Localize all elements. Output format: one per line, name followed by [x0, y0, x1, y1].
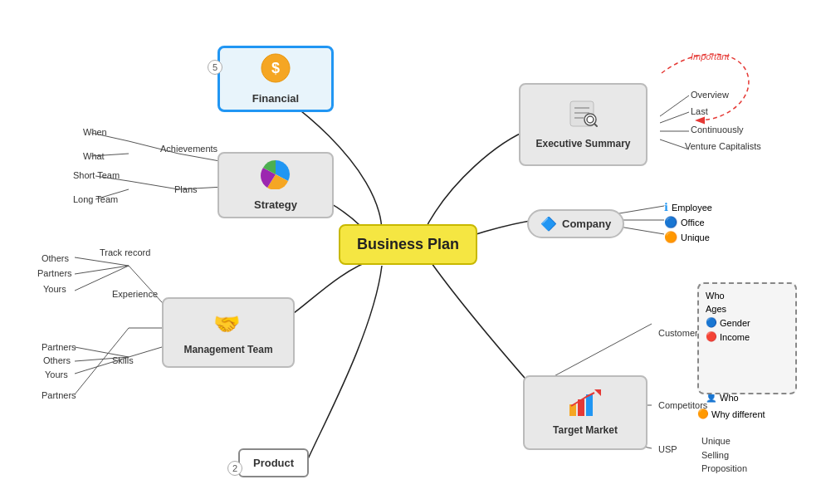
svg-line-10: [75, 266, 129, 274]
partners2-label: Partners: [42, 342, 76, 352]
financial-badge: 5: [208, 60, 222, 75]
svg-rect-41: [586, 394, 593, 416]
svg-line-38: [594, 124, 597, 126]
financial-icon: $: [261, 53, 291, 89]
employee-item: ℹ Employee: [664, 201, 712, 213]
gender-icon: 🔵: [706, 317, 717, 328]
center-node[interactable]: Business Plan: [339, 224, 477, 265]
overview-label: Overview: [691, 90, 729, 100]
last-label: Last: [691, 106, 708, 116]
plans-label: Plans: [174, 184, 198, 194]
employee-label: Employee: [672, 203, 712, 213]
customers-label: Customers: [658, 328, 702, 338]
when-label: When: [83, 127, 107, 137]
mindmap-container: Business Plan $ Financial 5 Strategy A: [0, 0, 821, 504]
continuously-label: Continuously: [691, 125, 744, 135]
venture-capitalists-label: Venture Capitalists: [685, 141, 761, 151]
long-team-label: Long Team: [73, 194, 118, 204]
unique-item: 🟠 Unique: [664, 231, 710, 243]
target-market-node[interactable]: Target Market: [523, 375, 648, 450]
usp-label: USP: [658, 444, 677, 454]
svg-text:$: $: [271, 60, 280, 76]
strategy-node[interactable]: Strategy: [217, 152, 334, 218]
center-label: Business Plan: [357, 236, 459, 252]
short-team-label: Short Team: [73, 170, 120, 180]
target-market-icon: [569, 389, 601, 422]
track-record-label: Track record: [100, 247, 150, 257]
svg-line-22: [614, 206, 664, 214]
financial-node[interactable]: $ Financial: [217, 46, 334, 112]
exec-label: Executive Summary: [535, 138, 630, 149]
unique-label: Unique: [681, 232, 710, 242]
partners1-label: Partners: [37, 268, 72, 278]
skills-label: Skills: [112, 355, 134, 365]
others1-label: Others: [42, 253, 69, 263]
why-diff-icon: 🟠: [697, 409, 709, 419]
strategy-icon: [261, 159, 291, 195]
yours2-label: Yours: [45, 369, 68, 379]
what-label: What: [83, 151, 105, 161]
yours1-label: Yours: [43, 284, 66, 294]
svg-rect-39: [569, 404, 576, 416]
svg-text:🤝: 🤝: [213, 311, 241, 335]
svg-marker-42: [594, 389, 601, 396]
gender-item: 🔵 Gender: [706, 317, 789, 328]
product-label: Product: [253, 457, 294, 469]
office-item: 🔵 Office: [664, 216, 705, 228]
management-icon: 🤝: [212, 310, 245, 340]
proposition-label: Proposition: [701, 463, 747, 473]
customers-dashed-box: Who Ages 🔵 Gender 🔴 Income: [697, 282, 797, 394]
svg-line-5: [129, 181, 178, 189]
management-team-node[interactable]: 🤝 Management Team: [162, 297, 295, 368]
unique-icon: 🟠: [664, 231, 677, 243]
exec-icon: [567, 100, 600, 135]
income-item: 🔴 Income: [706, 331, 789, 342]
why-diff-label: Why different: [711, 409, 765, 419]
product-node[interactable]: Product: [238, 448, 309, 477]
experience-label: Experience: [112, 289, 158, 299]
target-market-label: Target Market: [553, 424, 618, 436]
who-tm: Who: [706, 291, 789, 301]
why-different-item: 🟠 Why different: [697, 409, 765, 419]
svg-line-11: [75, 266, 129, 291]
executive-summary-node[interactable]: Executive Summary: [519, 83, 648, 166]
svg-line-19: [660, 112, 689, 123]
company-label: Company: [562, 218, 611, 230]
ages-tm: Ages: [706, 304, 789, 314]
company-icon: 🔷: [540, 216, 557, 232]
partners3-label: Partners: [42, 390, 76, 400]
financial-label: Financial: [252, 92, 299, 105]
company-node[interactable]: 🔷 Company: [527, 209, 624, 238]
office-label: Office: [681, 218, 705, 228]
product-badge: 2: [227, 461, 242, 476]
employee-icon: ℹ: [664, 201, 668, 213]
management-label: Management Team: [183, 344, 272, 355]
svg-line-9: [75, 257, 129, 266]
income-icon: 🔴: [706, 331, 717, 342]
unique-usp-label: Unique: [701, 436, 731, 446]
selling-label: Selling: [701, 450, 729, 460]
svg-line-18: [660, 95, 689, 116]
office-icon: 🔵: [664, 216, 677, 228]
others2-label: Others: [43, 355, 71, 365]
important-label: Important: [691, 51, 729, 61]
achievements-label: Achievements: [160, 144, 217, 154]
strategy-label: Strategy: [254, 198, 297, 211]
